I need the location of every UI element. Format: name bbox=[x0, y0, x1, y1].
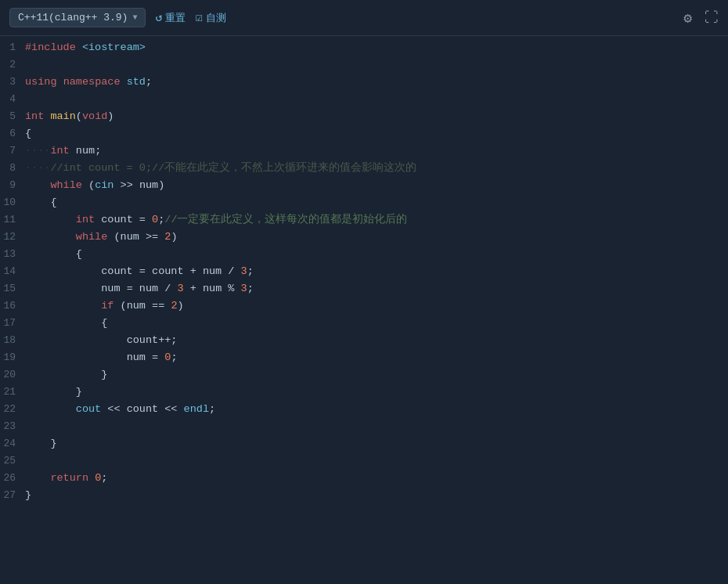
line-number: 24 bbox=[0, 435, 22, 452]
code-line-19: 19 num = 0; bbox=[0, 349, 728, 366]
code-line-16: 16 if (num == 2) bbox=[0, 297, 728, 315]
line-content bbox=[22, 452, 31, 470]
toolbar-right: ⚙ ⛶ bbox=[683, 9, 719, 27]
code-line-27: 27 } bbox=[0, 487, 728, 504]
line-content: { bbox=[22, 194, 57, 211]
line-number: 20 bbox=[0, 366, 22, 384]
code-line-7: 7 ····int num; bbox=[0, 142, 728, 160]
code-line-9: 9 while (cin >> num) bbox=[0, 177, 728, 194]
code-line-5: 5 int main(void) bbox=[0, 108, 728, 125]
code-line-2: 2 bbox=[0, 56, 728, 74]
line-content bbox=[22, 418, 76, 435]
line-number: 22 bbox=[0, 401, 22, 418]
code-line-12: 12 while (num >= 2) bbox=[0, 229, 728, 246]
selftest-button[interactable]: ☑ 自测 bbox=[195, 10, 225, 25]
line-number: 2 bbox=[0, 56, 22, 74]
line-number: 27 bbox=[0, 487, 22, 504]
reset-icon: ↺ bbox=[155, 10, 162, 25]
chevron-down-icon: ▼ bbox=[132, 13, 137, 22]
line-content: ····//int count = 0;//不能在此定义，不然上次循环进来的值会… bbox=[22, 160, 416, 177]
line-content: num = 0; bbox=[22, 349, 177, 366]
line-number: 25 bbox=[0, 452, 22, 470]
line-number: 17 bbox=[0, 315, 22, 332]
code-line-10: 10 { bbox=[0, 194, 728, 211]
line-number: 21 bbox=[0, 384, 22, 401]
line-content: using namespace std; bbox=[22, 74, 152, 91]
line-number: 10 bbox=[0, 194, 22, 211]
line-number: 19 bbox=[0, 349, 22, 366]
line-content bbox=[22, 91, 31, 108]
line-content: int count = 0;//一定要在此定义，这样每次的值都是初始化后的 bbox=[22, 211, 408, 229]
line-content: cout << count << endl; bbox=[22, 401, 215, 418]
line-number: 7 bbox=[0, 142, 22, 160]
code-line-6: 6 { bbox=[0, 125, 728, 142]
line-content: } bbox=[22, 384, 82, 401]
line-number: 23 bbox=[0, 418, 22, 435]
line-number: 16 bbox=[0, 297, 22, 315]
line-content: } bbox=[22, 366, 107, 384]
reset-button[interactable]: ↺ 重置 bbox=[155, 10, 186, 25]
code-line-8: 8 ····//int count = 0;//不能在此定义，不然上次循环进来的… bbox=[0, 160, 728, 177]
code-line-21: 21 } bbox=[0, 384, 728, 401]
code-line-14: 14 count = count + num / 3; bbox=[0, 263, 728, 280]
line-content: } bbox=[22, 487, 31, 504]
code-line-24: 24 } bbox=[0, 435, 728, 452]
selftest-icon: ☑ bbox=[195, 10, 202, 25]
code-line-20: 20 } bbox=[0, 366, 728, 384]
line-content: while (cin >> num) bbox=[22, 177, 164, 194]
line-content: return 0; bbox=[22, 470, 107, 487]
line-number: 5 bbox=[0, 108, 22, 125]
line-content: num = num / 3 + num % 3; bbox=[22, 280, 254, 297]
app: C++11(clang++ 3.9) ▼ ↺ 重置 ☑ 自测 ⚙ ⛶ 1 #in… bbox=[0, 0, 728, 584]
line-content: { bbox=[22, 246, 82, 263]
code-line-17: 17 { bbox=[0, 315, 728, 332]
line-number: 26 bbox=[0, 470, 22, 487]
code-line-23: 23 bbox=[0, 418, 728, 435]
settings-icon[interactable]: ⚙ bbox=[683, 9, 692, 27]
fullscreen-icon[interactable]: ⛶ bbox=[705, 9, 719, 26]
line-number: 6 bbox=[0, 125, 22, 142]
line-number: 1 bbox=[0, 39, 22, 56]
line-content: ····int num; bbox=[22, 142, 101, 160]
line-content bbox=[22, 56, 31, 74]
line-number: 11 bbox=[0, 211, 22, 229]
toolbar: C++11(clang++ 3.9) ▼ ↺ 重置 ☑ 自测 ⚙ ⛶ bbox=[0, 0, 728, 36]
line-content: #include <iostream> bbox=[22, 39, 146, 56]
reset-label: 重置 bbox=[165, 11, 186, 25]
selftest-label: 自测 bbox=[206, 11, 226, 25]
line-number: 9 bbox=[0, 177, 22, 194]
line-content: count++; bbox=[22, 332, 177, 349]
line-number: 14 bbox=[0, 263, 22, 280]
line-content: int main(void) bbox=[22, 108, 114, 125]
line-content: { bbox=[22, 125, 31, 142]
code-editor[interactable]: 1 #include <iostream> 2 3 using namespac… bbox=[0, 36, 728, 584]
line-number: 12 bbox=[0, 229, 22, 246]
code-line-26: 26 return 0; bbox=[0, 470, 728, 487]
line-number: 4 bbox=[0, 91, 22, 108]
compiler-label: C++11(clang++ 3.9) bbox=[18, 12, 128, 23]
code-line-3: 3 using namespace std; bbox=[0, 74, 728, 91]
toolbar-left: C++11(clang++ 3.9) ▼ ↺ 重置 ☑ 自测 bbox=[9, 8, 226, 27]
line-number: 8 bbox=[0, 160, 22, 177]
compiler-selector[interactable]: C++11(clang++ 3.9) ▼ bbox=[9, 8, 146, 27]
line-content: } bbox=[22, 435, 57, 452]
line-number: 15 bbox=[0, 280, 22, 297]
code-line-18: 18 count++; bbox=[0, 332, 728, 349]
code-line-25: 25 bbox=[0, 452, 728, 470]
line-number: 3 bbox=[0, 74, 22, 91]
line-number: 18 bbox=[0, 332, 22, 349]
code-line-22: 22 cout << count << endl; bbox=[0, 401, 728, 418]
line-content: count = count + num / 3; bbox=[22, 263, 254, 280]
code-line-4: 4 bbox=[0, 91, 728, 108]
code-line-13: 13 { bbox=[0, 246, 728, 263]
code-line-15: 15 num = num / 3 + num % 3; bbox=[0, 280, 728, 297]
line-content: if (num == 2) bbox=[22, 297, 184, 315]
code-line-1: 1 #include <iostream> bbox=[0, 39, 728, 56]
line-content: { bbox=[22, 315, 107, 332]
line-content: while (num >= 2) bbox=[22, 229, 178, 246]
line-number: 13 bbox=[0, 246, 22, 263]
code-line-11: 11 int count = 0;//一定要在此定义，这样每次的值都是初始化后的 bbox=[0, 211, 728, 229]
